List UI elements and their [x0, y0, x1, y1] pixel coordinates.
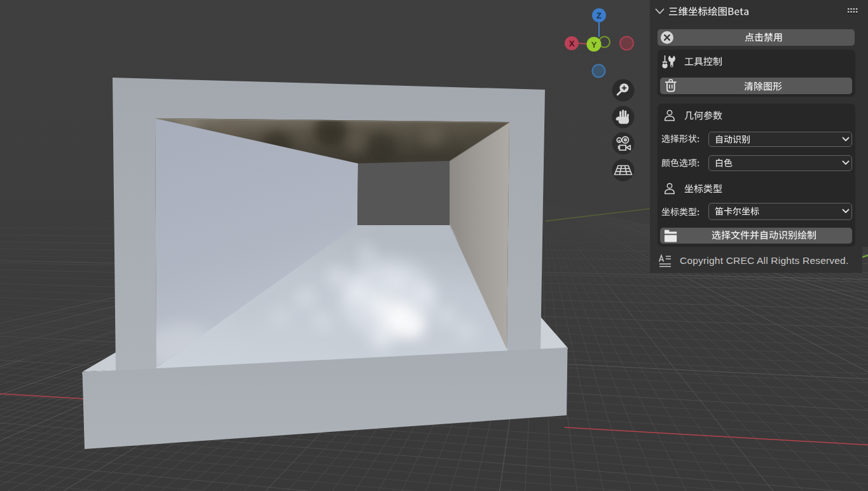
- svg-text:X: X: [569, 39, 575, 48]
- svg-text:Z: Z: [596, 11, 602, 20]
- svg-text:Y: Y: [591, 40, 597, 50]
